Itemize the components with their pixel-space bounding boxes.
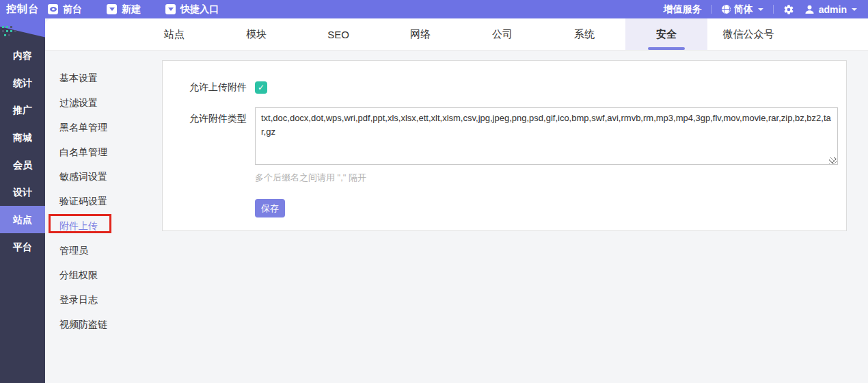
tab[interactable]: 模块 [215,18,297,50]
allow-types-row: 允许附件类型 [163,107,846,168]
primary-sidebar: 内容统计推广商城会员设计站点平台 [0,18,45,383]
submenu-item[interactable]: 分组权限 [45,263,162,287]
submenu-item-label: 登录日志 [59,294,98,305]
sidebar-item[interactable]: 推广 [0,96,45,124]
sidebar-item[interactable]: 统计 [0,69,45,96]
admin-console-page: { "topbar": { "logo": "控制台", "left": [ {… [0,0,868,383]
primary-nav: 内容统计推广商城会员设计站点平台 [0,18,45,261]
topbar: 控制台 前台 新建 快捷入口 增值服务 简体 admin [0,0,868,18]
user-avatar-icon [804,3,815,15]
chevron-down-icon [852,8,857,11]
submenu-item-label: 敏感词设置 [59,171,107,182]
tab[interactable]: 微信公众号 [707,18,789,50]
save-button[interactable]: 保存 [255,199,285,217]
app-logo: 控制台 [0,3,48,16]
submenu-item[interactable]: 登录日志 [45,287,162,312]
submenu-item-label: 视频防盗链 [59,319,107,330]
divider [711,5,712,14]
tab-label: 站点 [164,28,185,41]
submenu-item-label: 基本设置 [59,72,98,83]
submenu-item[interactable]: 视频防盗链 [45,312,162,336]
sidebar-item[interactable]: 内容 [0,42,45,69]
username-label: admin [819,4,847,15]
user-menu[interactable]: admin [804,3,857,15]
tab[interactable]: 安全 [625,18,707,50]
submenu-item[interactable]: 基本设置 [45,66,162,90]
tab[interactable]: 系统 [543,18,625,50]
secondary-menu: 基本设置 过滤设置 黑名单管理 白名单管理 敏感词设置 验证码设置 附件上传 [45,51,162,336]
gear-icon [783,4,794,15]
caret-down-icon [107,4,117,14]
submenu-item[interactable]: 敏感词设置 [45,164,162,189]
submenu-item[interactable]: 白名单管理 [45,140,162,164]
chevron-down-icon [758,8,763,11]
tabbar: 站点 模块 SEO 网络 公司 系统 安全 微信公众号 [45,18,868,51]
tab-label: 公司 [492,28,513,41]
tab-label: 网络 [410,28,431,41]
eye-icon [48,4,58,14]
separator-hint-text: 多个后缀名之间请用 "," 隔开 [255,172,846,184]
submenu-item-label: 验证码设置 [59,196,107,207]
tab[interactable]: SEO [297,18,379,50]
topbar-item-label: 前台 [63,3,82,16]
divider [773,5,774,14]
types-textarea-wrapper [255,107,838,168]
allowed-types-textarea[interactable] [255,107,838,165]
submenu-item[interactable]: 附件上传 [45,213,162,238]
tab[interactable]: 网络 [379,18,461,50]
value-added-services-link[interactable]: 增值服务 [664,3,702,16]
allow-types-label: 允许附件类型 [172,107,247,125]
submenu-item-label: 过滤设置 [59,97,98,108]
annotation-highlight-box [49,214,111,233]
topbar-item-label: 新建 [122,3,141,16]
submenu-item-label: 分组权限 [59,269,98,280]
active-tab-underline [648,47,685,50]
submenu-item[interactable]: 黑名单管理 [45,115,162,140]
sidebar-item[interactable]: 站点 [0,206,45,233]
main-area: 站点 模块 SEO 网络 公司 系统 安全 微信公众号 [45,18,868,383]
tab-label: 模块 [246,28,267,41]
topbar-item-frontend[interactable]: 前台 [48,3,82,16]
sidebar-item[interactable]: 设计 [0,179,45,206]
submenu-item-label: 白名单管理 [59,146,107,157]
submenu-item[interactable]: 管理员 [45,238,162,263]
topbar-item-quick-entry[interactable]: 快捷入口 [165,3,219,16]
tab-label: 安全 [656,28,677,41]
caret-down-icon [165,4,176,14]
submenu-item-label: 黑名单管理 [59,122,107,133]
tab[interactable]: 站点 [133,18,215,50]
sidebar-item[interactable]: 商城 [0,124,45,151]
allow-upload-row: 允许上传附件 ✓ [163,81,846,94]
globe-icon [722,5,731,14]
sidebar-item[interactable]: 会员 [0,151,45,179]
allow-upload-checkbox[interactable]: ✓ [255,81,267,94]
topbar-right: 增值服务 简体 admin [664,3,868,16]
tab-label: 系统 [574,28,595,41]
settings-card: 允许上传附件 ✓ 允许附件类型 多个后缀名之间请用 "," 隔开 保存 [162,60,847,231]
sidebar-item[interactable]: 平台 [0,233,45,261]
submenu-item[interactable]: 验证码设置 [45,189,162,213]
tab-label: 微信公众号 [723,28,774,41]
topbar-item-new[interactable]: 新建 [107,3,141,16]
settings-button[interactable] [783,4,794,15]
submenu-item-label: 管理员 [59,245,88,256]
topbar-item-label: 快捷入口 [180,3,219,16]
allow-upload-label: 允许上传附件 [172,81,247,94]
language-label: 简体 [734,3,753,16]
language-selector[interactable]: 简体 [722,3,763,16]
tab-label: SEO [327,29,349,40]
tab[interactable]: 公司 [461,18,543,50]
submenu-item[interactable]: 过滤设置 [45,90,162,115]
